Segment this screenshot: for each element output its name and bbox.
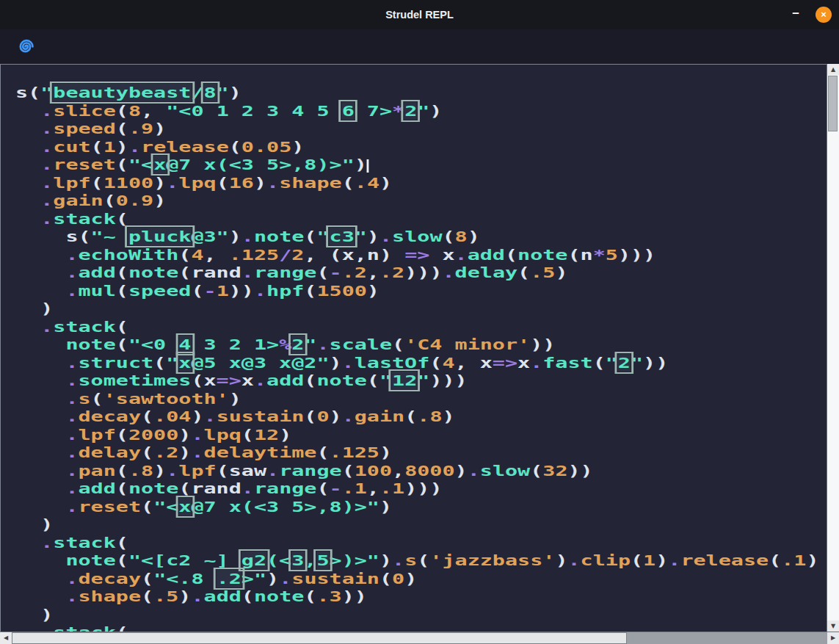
code-line[interactable]: s("beautybeast/8") <box>15 84 819 102</box>
active-event-highlight: pluck <box>128 228 192 245</box>
minimize-button[interactable]: – <box>783 0 808 29</box>
code-line[interactable]: .cut(1).release(0.05) <box>15 138 819 156</box>
code-token: " <box>40 84 53 101</box>
code-line[interactable]: .speed(.9) <box>15 120 819 138</box>
code-line[interactable]: .pan(.8).lpf(saw.range(100,8000).slow(32… <box>15 462 819 480</box>
code-token: 2000 <box>128 426 178 444</box>
code-token: . <box>379 228 392 245</box>
vertical-scrollbar[interactable]: ▲ ▼ <box>827 64 839 632</box>
code-area[interactable]: s("beautybeast/8") .slice(8, "<0 1 2 3 4… <box>15 84 819 632</box>
code-line[interactable]: .echoWith(4, .125/2, (x,n) => x.add(note… <box>15 246 819 264</box>
code-line[interactable]: .shape(.5).add(note(.3)) <box>15 587 819 606</box>
scroll-down-button[interactable]: ▼ <box>827 621 839 632</box>
code-token: 8 <box>455 228 468 245</box>
active-event-highlight: 12 <box>392 372 417 389</box>
code-line[interactable]: .decay(.04).sustain(0).gain(.8) <box>15 408 819 426</box>
code-token: struct <box>79 354 154 372</box>
code-token <box>15 462 65 480</box>
code-line[interactable]: .reset("<x@7 x(<3 5>,8)>") <box>15 498 819 516</box>
code-token: reset <box>53 156 116 173</box>
code-line[interactable]: .add(note(rand.range(-.1,.1))) <box>15 480 819 498</box>
code-token: ) <box>254 174 266 192</box>
code-token: echoWith <box>79 246 179 264</box>
active-event-highlight: 4 <box>178 336 191 353</box>
code-token: . <box>468 462 480 480</box>
code-line[interactable]: s("~ pluck@3").note("c3").slow(8) <box>15 228 819 246</box>
code-line[interactable]: ) <box>15 515 819 534</box>
code-token: )) <box>568 462 593 480</box>
code-line[interactable]: .delay(.2).delaytime(.125) <box>15 444 819 462</box>
code-line[interactable]: .stack( <box>15 210 819 228</box>
code-token <box>15 480 65 497</box>
code-token: . <box>241 264 254 281</box>
code-token: ( <box>217 174 229 192</box>
code-token: ( <box>103 192 116 209</box>
code-line[interactable]: .stack( <box>15 318 819 336</box>
code-token: .125 <box>229 246 279 264</box>
code-line[interactable]: .reset("<x@7 x(<3 5>,8)>") <box>15 156 819 174</box>
code-token: 4 <box>442 354 454 372</box>
code-token: ) <box>404 570 417 587</box>
code-token: add <box>204 587 241 605</box>
code-line[interactable]: ) <box>15 606 819 624</box>
code-token: " <box>304 336 316 353</box>
code-token: ( <box>191 372 203 389</box>
code-token: " <box>166 354 178 372</box>
code-line[interactable]: .stack( <box>15 623 819 632</box>
code-token: . <box>392 551 404 569</box>
code-line[interactable]: .lpf(1100).lpq(16).shape(.4) <box>15 174 819 192</box>
code-token: ( <box>116 264 128 281</box>
code-line[interactable]: .struct("x@5 x@3 x@2").lastOf(4, x=>x.fa… <box>15 354 819 372</box>
code-token: fast <box>542 354 592 372</box>
code-token: . <box>128 138 141 156</box>
window-title: Strudel REPL <box>0 0 839 29</box>
scroll-up-button[interactable]: ▲ <box>827 64 839 75</box>
code-token: ) <box>468 228 480 245</box>
code-token: delaytime <box>204 444 317 461</box>
code-token: note <box>254 228 304 245</box>
scroll-left-button[interactable]: ◀ <box>0 632 12 644</box>
code-token: ( <box>342 462 355 480</box>
code-token: ( <box>116 426 128 444</box>
code-line[interactable]: .stack( <box>15 534 819 552</box>
editor[interactable]: s("beautybeast/8") .slice(8, "<0 1 2 3 4… <box>0 64 827 632</box>
code-line[interactable]: .decay("<.8 .2>").sustain(0) <box>15 570 819 588</box>
code-line[interactable]: .sometimes(x=>x.add(note("12"))) <box>15 372 819 390</box>
horizontal-scrollbar[interactable]: ◀ ▶ <box>0 632 839 644</box>
code-token: ) <box>379 551 392 569</box>
scroll-right-button[interactable]: ▶ <box>827 632 839 644</box>
code-token: ) <box>153 120 166 137</box>
code-token: . <box>40 192 53 209</box>
code-line[interactable]: .lpf(2000).lpq(12) <box>15 426 819 444</box>
code-token: . <box>204 408 217 425</box>
code-token: stack <box>53 623 116 632</box>
code-token: % <box>279 336 291 353</box>
code-line[interactable]: .gain(0.9) <box>15 192 819 210</box>
code-token: ) <box>330 354 342 372</box>
code-token: 16 <box>229 174 254 192</box>
strudel-spiral-logo-icon[interactable] <box>15 37 35 57</box>
code-line[interactable]: .s('sawtooth') <box>15 390 819 408</box>
code-line[interactable]: .slice(8, "<0 1 2 3 4 5 6 7>*2") <box>15 102 819 120</box>
code-line[interactable]: .add(note(rand.range(-.2,.2))).delay(.5) <box>15 264 819 282</box>
code-token <box>15 551 65 569</box>
code-token: , x <box>455 354 493 372</box>
code-token: lpf <box>53 174 90 192</box>
code-line[interactable]: .mul(speed(-1)).hpf(1500) <box>15 282 819 300</box>
close-button[interactable]: × <box>816 7 832 23</box>
code-token: (< <box>266 551 291 569</box>
code-token: n <box>581 246 593 264</box>
code-token <box>15 228 65 245</box>
code-token: .2 <box>342 264 367 281</box>
code-line[interactable]: ) <box>15 300 819 318</box>
code-token: .125 <box>330 444 379 461</box>
titlebar[interactable]: Strudel REPL – × <box>0 0 839 29</box>
code-line[interactable]: note("<[c2 ~] g2(<3,5>)>").s('jazzbass')… <box>15 551 819 570</box>
code-token: slow <box>392 228 442 245</box>
code-token: scale <box>330 336 393 353</box>
vertical-scrollbar-thumb[interactable] <box>828 76 838 131</box>
horizontal-scrollbar-thumb[interactable] <box>12 632 627 644</box>
code-line[interactable]: note("<0 4 3 2 1>%2".scale('C4 minor')) <box>15 336 819 354</box>
code-token: 1 <box>103 138 116 156</box>
code-token: ( <box>567 246 580 264</box>
